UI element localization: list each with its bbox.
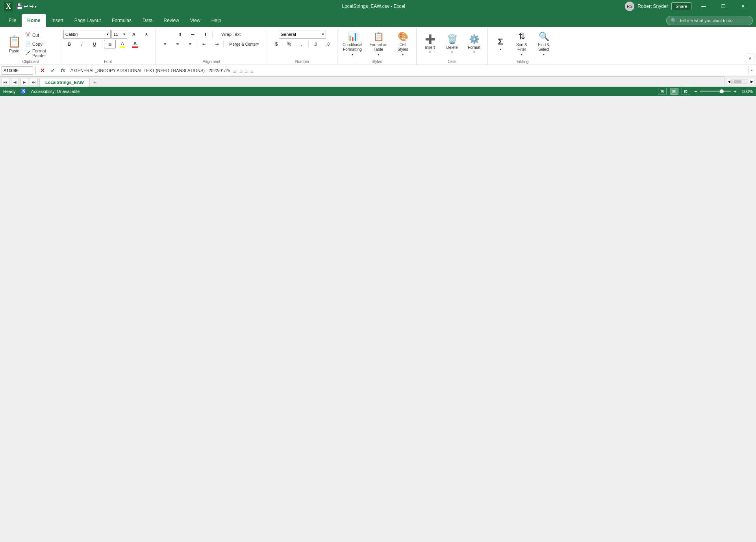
zoom-slider[interactable] xyxy=(700,91,731,92)
align-center-button[interactable]: ≡ xyxy=(172,40,183,48)
align-bottom-button[interactable]: ⬇ xyxy=(200,30,211,39)
minimize-button[interactable]: — xyxy=(695,0,713,13)
currency-button[interactable]: $ xyxy=(271,40,282,48)
font-shrink-button[interactable]: A xyxy=(141,30,152,39)
tab-insert[interactable]: Insert xyxy=(46,14,69,27)
title-bar-left: X 💾 ↩ ↪ ▾ xyxy=(4,2,122,11)
indent-decrease-button[interactable]: ⇤ xyxy=(198,40,210,48)
insert-icon: ➕ xyxy=(425,34,435,45)
font-name-dropdown[interactable]: Calibri ▾ xyxy=(63,30,111,39)
conditional-formatting-button[interactable]: 📊 ConditionalFormatting ▾ xyxy=(341,30,364,58)
restore-button[interactable]: ❐ xyxy=(714,0,732,13)
tab-review[interactable]: Review xyxy=(158,14,184,27)
cell-reference-box[interactable] xyxy=(2,66,33,75)
ribbon-group-alignment: ⬆ ⬅ ⬇ Wrap Text ≡ ≡ ≡ ⇤ ⇥ Merge & Center… xyxy=(156,28,267,65)
align-right-button[interactable]: ≡ xyxy=(184,40,196,48)
tab-view[interactable]: View xyxy=(185,14,206,27)
decimal-increase-button[interactable]: .0 xyxy=(309,40,321,48)
sheet-nav-last[interactable]: ⏭ xyxy=(30,78,38,86)
page-break-view-button[interactable]: ⊠ xyxy=(682,88,690,95)
tab-page-layout[interactable]: Page Layout xyxy=(69,14,106,27)
font-color-icon: A xyxy=(132,41,138,48)
format-painter-button[interactable]: 🖌️ Format Painter xyxy=(25,49,57,58)
ribbon-collapse-button[interactable]: ∧ xyxy=(746,54,754,62)
cancel-formula-button[interactable]: ✕ xyxy=(38,66,47,75)
font-grow-button[interactable]: A xyxy=(128,30,140,39)
cut-button[interactable]: ✂️ Cut xyxy=(25,31,57,39)
tab-help[interactable]: Help xyxy=(206,14,227,27)
cell-styles-button[interactable]: 🎨 CellStyles ▾ xyxy=(393,30,413,58)
sheet-nav-next[interactable]: ▶ xyxy=(20,78,28,86)
save-icon[interactable]: 💾 xyxy=(16,3,23,9)
find-select-button[interactable]: 🔍 Find &Select ▾ xyxy=(534,30,554,58)
italic-button[interactable]: I xyxy=(76,40,88,48)
autosum-button[interactable]: Σ ▾ xyxy=(491,32,510,56)
tell-me-box[interactable]: 🔍 Tell me what you want to do xyxy=(666,16,753,25)
decimal-decrease-button[interactable]: .0 xyxy=(322,40,334,48)
font-name-row: Calibri ▾ 11 ▾ A A xyxy=(63,30,152,39)
cell-styles-chevron: ▾ xyxy=(402,53,404,56)
align-left-button[interactable]: ≡ xyxy=(159,40,171,48)
wrap-text-button[interactable]: Wrap Text xyxy=(213,30,249,39)
copy-button[interactable]: 📄 Copy xyxy=(25,40,57,48)
cells-content: ➕ Insert ▾ 🗑️ Delete ▾ ⚙️ Format ▾ xyxy=(420,30,484,58)
fill-color-button[interactable]: A xyxy=(117,40,128,48)
format-button[interactable]: ⚙️ Format ▾ xyxy=(464,32,484,56)
comma-button[interactable]: , xyxy=(296,40,308,48)
qa-dropdown-icon[interactable]: ▾ xyxy=(35,4,37,9)
h-scroll-thumb xyxy=(734,80,741,84)
h-scroll-left[interactable]: ◀ xyxy=(726,79,732,84)
redo-icon[interactable]: ↪ xyxy=(29,3,34,9)
sheet-nav-prev[interactable]: ◀ xyxy=(11,78,19,86)
zoom-out-button[interactable]: − xyxy=(693,88,698,95)
undo-icon[interactable]: ↩ xyxy=(24,3,28,9)
editing-group-label: Editing xyxy=(491,59,554,64)
font-size-dropdown[interactable]: 11 ▾ xyxy=(111,30,127,39)
delete-button[interactable]: 🗑️ Delete ▾ xyxy=(442,32,462,56)
paste-button[interactable]: 📋 Paste xyxy=(5,32,24,56)
font-color-button[interactable]: A xyxy=(129,40,141,48)
tab-data[interactable]: Data xyxy=(137,14,158,27)
insert-button[interactable]: ➕ Insert ▾ xyxy=(420,32,440,56)
insert-function-button[interactable]: fx xyxy=(59,66,67,75)
page-layout-view-button[interactable]: ⊟ xyxy=(670,88,678,95)
h-scroll-track[interactable] xyxy=(732,80,748,84)
border-button[interactable]: ⊞ xyxy=(104,40,116,48)
align-top-button[interactable]: ⬆ xyxy=(174,30,186,39)
bold-button[interactable]: B xyxy=(63,40,75,48)
add-sheet-button[interactable]: ＋ xyxy=(91,78,99,87)
alignment-content: ⬆ ⬅ ⬇ Wrap Text ≡ ≡ ≡ ⇤ ⇥ Merge & Center… xyxy=(159,30,264,58)
number-format-dropdown[interactable]: General ▾ xyxy=(279,30,326,39)
ribbon-group-editing: Σ ▾ ⇅ Sort &Filter ▾ 🔍 Find &Select ▾ Ed… xyxy=(488,28,557,65)
font-content: Calibri ▾ 11 ▾ A A B I U ⊞ A xyxy=(63,30,152,58)
alignment-bottom-row: ≡ ≡ ≡ ⇤ ⇥ Merge & Center ▾ xyxy=(159,40,264,48)
sheet-nav-first[interactable]: ⏮ xyxy=(2,78,9,86)
underline-button[interactable]: U xyxy=(89,40,100,48)
share-button[interactable]: Share xyxy=(671,2,691,10)
indent-increase-button[interactable]: ⇥ xyxy=(211,40,222,48)
formula-input[interactable] xyxy=(69,66,747,75)
format-as-table-button[interactable]: 📋 Format asTable ▾ xyxy=(367,30,389,58)
formula-expand-button[interactable]: ▾ xyxy=(749,67,754,74)
insert-chevron: ▾ xyxy=(429,50,431,54)
percent-button[interactable]: % xyxy=(283,40,295,48)
sort-filter-chevron: ▾ xyxy=(521,53,523,56)
zoom-in-button[interactable]: + xyxy=(733,88,737,95)
editing-content: Σ ▾ ⇅ Sort &Filter ▾ 🔍 Find &Select ▾ xyxy=(491,30,554,58)
tab-home[interactable]: Home xyxy=(22,14,46,27)
tab-formulas[interactable]: Formulas xyxy=(106,14,137,27)
fmt-table-chevron: ▾ xyxy=(378,53,379,56)
sheet-tab-localstrings[interactable]: LocalStrings_EAW xyxy=(39,78,90,87)
zoom-level: 100% xyxy=(739,89,753,94)
close-button[interactable]: ✕ xyxy=(734,0,752,13)
h-scroll-right[interactable]: ▶ xyxy=(749,79,754,84)
tell-me-label: Tell me what you want to do xyxy=(679,18,733,23)
user-avatar[interactable]: RS xyxy=(625,2,634,11)
align-middle-button[interactable]: ⬅ xyxy=(187,30,199,39)
merge-center-button[interactable]: Merge & Center ▾ xyxy=(224,40,264,48)
sort-filter-button[interactable]: ⇅ Sort &Filter ▾ xyxy=(511,30,532,58)
confirm-formula-button[interactable]: ✓ xyxy=(48,66,57,75)
align-sep2 xyxy=(197,41,197,48)
normal-view-button[interactable]: ⊞ xyxy=(658,88,667,95)
tab-file[interactable]: File xyxy=(3,14,22,27)
